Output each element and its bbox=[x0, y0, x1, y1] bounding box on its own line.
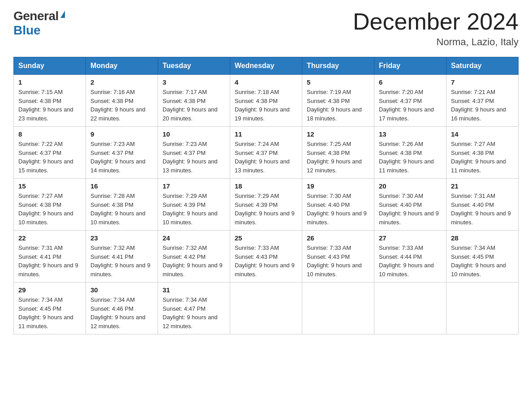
day-number: 17 bbox=[163, 182, 225, 190]
day-info: Sunrise: 7:31 AMSunset: 4:41 PMDaylight:… bbox=[18, 244, 81, 278]
day-number: 3 bbox=[163, 78, 225, 86]
calendar-cell: 8Sunrise: 7:22 AMSunset: 4:37 PMDaylight… bbox=[14, 127, 86, 179]
day-number: 11 bbox=[235, 130, 297, 138]
title-block: December 2024 Norma, Lazio, Italy bbox=[353, 9, 519, 48]
day-info: Sunrise: 7:21 AMSunset: 4:37 PMDaylight:… bbox=[451, 88, 514, 123]
calendar-cell: 11Sunrise: 7:24 AMSunset: 4:37 PMDayligh… bbox=[230, 127, 302, 179]
day-number: 13 bbox=[379, 130, 442, 138]
calendar-cell: 30Sunrise: 7:34 AMSunset: 4:46 PMDayligh… bbox=[86, 283, 158, 334]
day-number: 15 bbox=[18, 182, 81, 190]
day-info: Sunrise: 7:20 AMSunset: 4:37 PMDaylight:… bbox=[379, 88, 442, 123]
calendar-cell bbox=[302, 283, 374, 334]
day-number: 30 bbox=[90, 286, 153, 294]
calendar-cell: 29Sunrise: 7:34 AMSunset: 4:45 PMDayligh… bbox=[14, 283, 86, 334]
header-tuesday: Tuesday bbox=[158, 57, 230, 75]
calendar-cell: 24Sunrise: 7:32 AMSunset: 4:42 PMDayligh… bbox=[158, 231, 230, 283]
calendar-cell: 23Sunrise: 7:32 AMSunset: 4:41 PMDayligh… bbox=[86, 231, 158, 283]
calendar-cell: 1Sunrise: 7:15 AMSunset: 4:38 PMDaylight… bbox=[14, 75, 86, 127]
day-info: Sunrise: 7:33 AMSunset: 4:44 PMDaylight:… bbox=[379, 244, 442, 278]
day-number: 8 bbox=[18, 130, 81, 138]
calendar-cell: 18Sunrise: 7:29 AMSunset: 4:39 PMDayligh… bbox=[230, 179, 302, 231]
calendar-cell: 19Sunrise: 7:30 AMSunset: 4:40 PMDayligh… bbox=[302, 179, 374, 231]
day-info: Sunrise: 7:31 AMSunset: 4:40 PMDaylight:… bbox=[451, 192, 514, 227]
calendar-cell: 5Sunrise: 7:19 AMSunset: 4:38 PMDaylight… bbox=[302, 75, 374, 127]
calendar-week-5: 29Sunrise: 7:34 AMSunset: 4:45 PMDayligh… bbox=[14, 283, 519, 334]
day-number: 20 bbox=[379, 182, 442, 190]
calendar-cell: 9Sunrise: 7:23 AMSunset: 4:37 PMDaylight… bbox=[86, 127, 158, 179]
day-number: 6 bbox=[379, 78, 442, 86]
day-number: 16 bbox=[90, 182, 153, 190]
calendar-week-4: 22Sunrise: 7:31 AMSunset: 4:41 PMDayligh… bbox=[14, 231, 519, 283]
day-number: 5 bbox=[307, 78, 369, 86]
day-info: Sunrise: 7:15 AMSunset: 4:38 PMDaylight:… bbox=[18, 88, 81, 123]
location-title: Norma, Lazio, Italy bbox=[353, 36, 519, 48]
calendar-table: SundayMondayTuesdayWednesdayThursdayFrid… bbox=[13, 57, 519, 334]
calendar-cell bbox=[374, 283, 446, 334]
day-number: 12 bbox=[307, 130, 369, 138]
day-number: 7 bbox=[451, 78, 514, 86]
month-title: December 2024 bbox=[353, 9, 519, 34]
day-number: 27 bbox=[379, 234, 442, 242]
day-info: Sunrise: 7:30 AMSunset: 4:40 PMDaylight:… bbox=[307, 192, 369, 227]
day-info: Sunrise: 7:28 AMSunset: 4:38 PMDaylight:… bbox=[90, 192, 153, 227]
day-info: Sunrise: 7:19 AMSunset: 4:38 PMDaylight:… bbox=[307, 88, 369, 123]
calendar-cell: 28Sunrise: 7:34 AMSunset: 4:45 PMDayligh… bbox=[446, 231, 519, 283]
day-info: Sunrise: 7:33 AMSunset: 4:43 PMDaylight:… bbox=[307, 244, 369, 278]
page-header: General Blue December 2024 Norma, Lazio,… bbox=[13, 9, 519, 48]
calendar-cell bbox=[230, 283, 302, 334]
header-monday: Monday bbox=[86, 57, 158, 75]
calendar-cell: 3Sunrise: 7:17 AMSunset: 4:38 PMDaylight… bbox=[158, 75, 230, 127]
day-number: 2 bbox=[90, 78, 153, 86]
day-info: Sunrise: 7:32 AMSunset: 4:42 PMDaylight:… bbox=[163, 244, 225, 278]
day-number: 24 bbox=[163, 234, 225, 242]
day-number: 10 bbox=[163, 130, 225, 138]
calendar-cell bbox=[446, 283, 519, 334]
logo-blue-text: Blue bbox=[13, 23, 41, 38]
calendar-cell: 20Sunrise: 7:30 AMSunset: 4:40 PMDayligh… bbox=[374, 179, 446, 231]
calendar-cell: 10Sunrise: 7:23 AMSunset: 4:37 PMDayligh… bbox=[158, 127, 230, 179]
day-number: 22 bbox=[18, 234, 81, 242]
day-info: Sunrise: 7:17 AMSunset: 4:38 PMDaylight:… bbox=[163, 88, 225, 123]
day-number: 21 bbox=[451, 182, 514, 190]
day-info: Sunrise: 7:18 AMSunset: 4:38 PMDaylight:… bbox=[235, 88, 297, 123]
day-number: 31 bbox=[163, 286, 225, 294]
calendar-cell: 27Sunrise: 7:33 AMSunset: 4:44 PMDayligh… bbox=[374, 231, 446, 283]
calendar-cell: 17Sunrise: 7:29 AMSunset: 4:39 PMDayligh… bbox=[158, 179, 230, 231]
calendar-cell: 21Sunrise: 7:31 AMSunset: 4:40 PMDayligh… bbox=[446, 179, 519, 231]
header-wednesday: Wednesday bbox=[230, 57, 302, 75]
calendar-cell: 16Sunrise: 7:28 AMSunset: 4:38 PMDayligh… bbox=[86, 179, 158, 231]
header-sunday: Sunday bbox=[14, 57, 86, 75]
logo: General Blue bbox=[13, 9, 65, 38]
calendar-header-row: SundayMondayTuesdayWednesdayThursdayFrid… bbox=[14, 57, 519, 75]
day-number: 26 bbox=[307, 234, 369, 242]
day-info: Sunrise: 7:22 AMSunset: 4:37 PMDaylight:… bbox=[18, 140, 81, 175]
calendar-week-2: 8Sunrise: 7:22 AMSunset: 4:37 PMDaylight… bbox=[14, 127, 519, 179]
day-info: Sunrise: 7:29 AMSunset: 4:39 PMDaylight:… bbox=[235, 192, 297, 227]
day-info: Sunrise: 7:27 AMSunset: 4:38 PMDaylight:… bbox=[451, 140, 514, 175]
calendar-cell: 22Sunrise: 7:31 AMSunset: 4:41 PMDayligh… bbox=[14, 231, 86, 283]
day-info: Sunrise: 7:25 AMSunset: 4:38 PMDaylight:… bbox=[307, 140, 369, 175]
day-info: Sunrise: 7:34 AMSunset: 4:47 PMDaylight:… bbox=[163, 295, 225, 330]
day-info: Sunrise: 7:30 AMSunset: 4:40 PMDaylight:… bbox=[379, 192, 442, 227]
day-info: Sunrise: 7:34 AMSunset: 4:45 PMDaylight:… bbox=[18, 295, 81, 330]
day-info: Sunrise: 7:29 AMSunset: 4:39 PMDaylight:… bbox=[163, 192, 225, 227]
day-info: Sunrise: 7:16 AMSunset: 4:38 PMDaylight:… bbox=[90, 88, 153, 123]
day-info: Sunrise: 7:23 AMSunset: 4:37 PMDaylight:… bbox=[90, 140, 153, 175]
day-number: 4 bbox=[235, 78, 297, 86]
calendar-week-3: 15Sunrise: 7:27 AMSunset: 4:38 PMDayligh… bbox=[14, 179, 519, 231]
day-number: 9 bbox=[90, 130, 153, 138]
calendar-week-1: 1Sunrise: 7:15 AMSunset: 4:38 PMDaylight… bbox=[14, 75, 519, 127]
day-number: 14 bbox=[451, 130, 514, 138]
calendar-cell: 4Sunrise: 7:18 AMSunset: 4:38 PMDaylight… bbox=[230, 75, 302, 127]
day-info: Sunrise: 7:32 AMSunset: 4:41 PMDaylight:… bbox=[90, 244, 153, 278]
calendar-cell: 7Sunrise: 7:21 AMSunset: 4:37 PMDaylight… bbox=[446, 75, 519, 127]
day-number: 19 bbox=[307, 182, 369, 190]
day-number: 23 bbox=[90, 234, 153, 242]
calendar-cell: 6Sunrise: 7:20 AMSunset: 4:37 PMDaylight… bbox=[374, 75, 446, 127]
logo-triangle-icon bbox=[60, 11, 65, 18]
calendar-cell: 31Sunrise: 7:34 AMSunset: 4:47 PMDayligh… bbox=[158, 283, 230, 334]
calendar-cell: 13Sunrise: 7:26 AMSunset: 4:38 PMDayligh… bbox=[374, 127, 446, 179]
day-number: 1 bbox=[18, 78, 81, 86]
day-number: 29 bbox=[18, 286, 81, 294]
day-number: 28 bbox=[451, 234, 514, 242]
